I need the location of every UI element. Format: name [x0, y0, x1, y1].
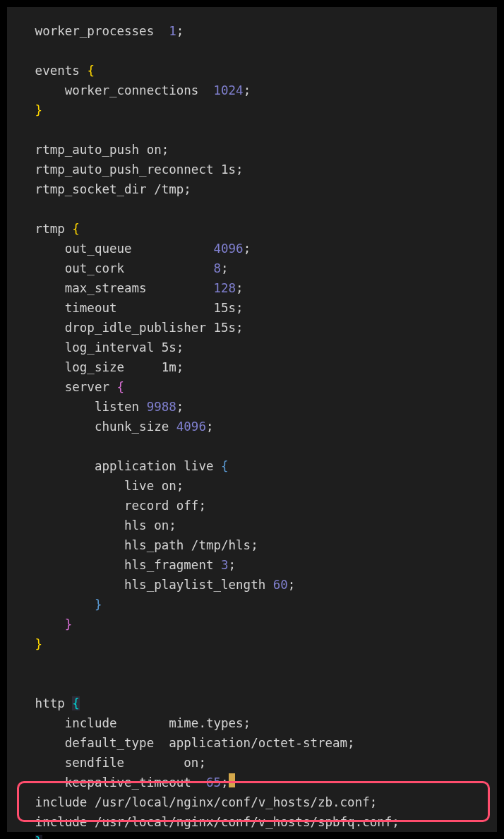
code-line: http {: [13, 696, 80, 710]
code-line: rtmp_auto_push on;: [13, 143, 169, 157]
code-line: timeout 15s;: [13, 301, 244, 315]
code-line: chunk_size 4096;: [13, 420, 214, 434]
code-line: hls on;: [13, 518, 176, 532]
code-line: listen 9988;: [13, 400, 184, 414]
code-line: rtmp {: [13, 222, 80, 236]
code-line: max_streams 128;: [13, 281, 244, 295]
code-line: out_cork 8;: [13, 261, 229, 275]
code-content: worker_processes 1; events { worker_conn…: [13, 21, 491, 839]
code-line: server {: [13, 380, 124, 394]
code-line: worker_connections 1024;: [13, 83, 251, 97]
code-line: include /usr/local/nginx/conf/v_hosts/zb…: [13, 795, 377, 809]
code-line: rtmp_auto_push_reconnect 1s;: [13, 162, 244, 177]
code-line: }: [13, 617, 72, 631]
code-line: }: [13, 637, 42, 651]
code-line: hls_fragment 3;: [13, 558, 236, 572]
code-line: live on;: [13, 479, 184, 493]
code-line: events {: [13, 64, 95, 78]
code-line: }: [13, 835, 42, 839]
code-line: hls_path /tmp/hls;: [13, 538, 258, 552]
code-editor[interactable]: worker_processes 1; events { worker_conn…: [7, 7, 497, 832]
code-line: }: [13, 103, 42, 117]
code-line: include mime.types;: [13, 716, 251, 730]
code-line: default_type application/octet-stream;: [13, 736, 355, 750]
code-line: record off;: [13, 499, 206, 513]
code-line: sendfile on;: [13, 756, 206, 770]
code-line: }: [13, 597, 102, 612]
code-line: worker_processes 1;: [13, 24, 184, 38]
matching-brace-icon: }: [35, 835, 43, 839]
code-line: hls_playlist_length 60;: [13, 578, 295, 592]
code-line: include /usr/local/nginx/conf/v_hosts/sp…: [13, 815, 400, 829]
code-line: out_queue 4096;: [13, 242, 251, 256]
code-line: log_interval 5s;: [13, 340, 184, 355]
code-line: rtmp_socket_dir /tmp;: [13, 182, 191, 196]
code-line: keepalive_timeout 65;: [13, 775, 235, 790]
text-cursor-icon: [229, 773, 235, 787]
code-line: application live {: [13, 459, 229, 473]
code-line: drop_idle_publisher 15s;: [13, 321, 244, 335]
matching-brace-icon: {: [72, 696, 80, 710]
code-line: log_size 1m;: [13, 360, 184, 374]
